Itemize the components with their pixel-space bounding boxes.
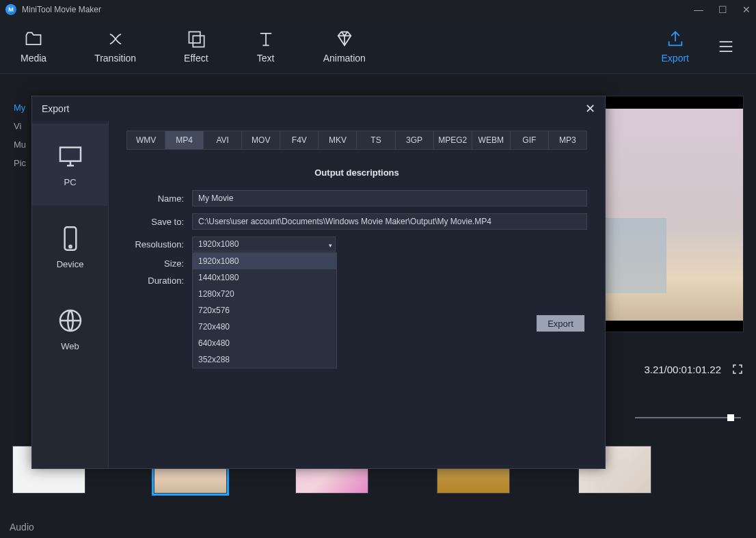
- toolbar-animation[interactable]: Animation: [323, 29, 366, 64]
- title-bar: M MiniTool Movie Maker — ☐ ✕: [0, 0, 756, 19]
- category-my[interactable]: My: [14, 103, 26, 113]
- side-device[interactable]: Device: [32, 206, 108, 288]
- toolbar-transition-label: Transition: [94, 53, 136, 64]
- toolbar-animation-label: Animation: [323, 53, 366, 64]
- resolution-option[interactable]: 640x480: [193, 335, 336, 351]
- device-icon: [57, 225, 84, 252]
- format-tabs: WMVMP4AVIMOVF4VMKVTS3GPMPEG2WEBMGIFMP3: [126, 131, 587, 150]
- format-tab-mp4[interactable]: MP4: [165, 131, 204, 149]
- hamburger-icon: [716, 37, 735, 56]
- folder-icon: [24, 29, 43, 49]
- preview-water: [604, 218, 666, 293]
- svg-rect-2: [60, 147, 81, 161]
- format-tab-webm[interactable]: WEBM: [472, 131, 511, 149]
- web-icon: [57, 307, 84, 334]
- export-modal: Export ✕ PC Device Web WMVMP4AVIMOVF4VMK…: [31, 96, 606, 469]
- svg-rect-0: [189, 31, 200, 42]
- resolution-dropdown: 1920x10801440x10801280x720720x576720x480…: [192, 252, 337, 368]
- svg-point-4: [69, 245, 71, 247]
- svg-rect-1: [193, 36, 204, 46]
- preview-time: 3.21/00:01:01.22: [644, 364, 721, 375]
- toolbar-text[interactable]: Text: [256, 29, 275, 64]
- side-web[interactable]: Web: [32, 288, 108, 370]
- resolution-option[interactable]: 1440x1080: [193, 269, 336, 286]
- window-controls: — ☐ ✕: [694, 4, 751, 15]
- category-list: My Vi Mu Pic: [14, 103, 26, 176]
- export-button[interactable]: Export: [537, 315, 584, 332]
- format-tab-mov[interactable]: MOV: [242, 131, 280, 149]
- pc-icon: [57, 143, 84, 170]
- resolution-option[interactable]: 720x480: [193, 319, 336, 335]
- side-pc[interactable]: PC: [32, 124, 108, 206]
- transition-icon: [106, 29, 125, 49]
- size-label: Size:: [126, 258, 192, 269]
- modal-header: Export ✕: [32, 96, 605, 121]
- resolution-option[interactable]: 352x288: [193, 351, 336, 368]
- svg-rect-3: [64, 227, 76, 250]
- diamond-icon: [335, 29, 354, 49]
- output-descriptions-heading: Output descriptions: [126, 167, 587, 178]
- duration-label: Duration:: [126, 275, 192, 286]
- close-button[interactable]: ✕: [742, 4, 751, 15]
- text-icon: [256, 29, 275, 49]
- toolbar-effect-label: Effect: [184, 53, 208, 64]
- export-icon: [666, 29, 685, 49]
- preview-panel: [603, 96, 744, 332]
- toolbar-menu[interactable]: [716, 37, 735, 56]
- toolbar-media-label: Media: [21, 53, 46, 64]
- export-content: WMVMP4AVIMOVF4VMKVTS3GPMPEG2WEBMGIFMP3 O…: [109, 121, 605, 468]
- zoom-handle[interactable]: [727, 414, 734, 421]
- resolution-label: Resolustion:: [126, 239, 192, 250]
- zoom-slider[interactable]: [635, 413, 741, 422]
- maximize-button[interactable]: ☐: [718, 4, 727, 15]
- toolbar-export-label: Export: [662, 53, 689, 64]
- preview-info: 3.21/00:01:01.22: [600, 349, 744, 390]
- app-logo-icon: M: [5, 4, 16, 15]
- side-pc-label: PC: [64, 177, 76, 187]
- toolbar-export[interactable]: Export: [662, 29, 689, 64]
- resolution-value: 1920x1080: [198, 239, 239, 249]
- saveto-label: Save to:: [126, 217, 192, 227]
- resolution-option[interactable]: 1920x1080: [193, 253, 336, 269]
- modal-title-text: Export: [42, 103, 69, 114]
- preview-image: [604, 109, 743, 321]
- toolbar-effect[interactable]: Effect: [184, 29, 208, 64]
- resolution-select[interactable]: 1920x1080 ▾ 1920x10801440x10801280x72072…: [192, 237, 336, 252]
- name-input[interactable]: My Movie: [192, 190, 587, 206]
- toolbar-media[interactable]: Media: [21, 29, 46, 64]
- toolbar-text-label: Text: [257, 53, 275, 64]
- zoom-track: [635, 417, 741, 418]
- format-tab-3gp[interactable]: 3GP: [396, 131, 434, 149]
- app-title: MiniTool Movie Maker: [22, 5, 694, 14]
- category-music[interactable]: Mu: [14, 139, 26, 150]
- format-tab-avi[interactable]: AVI: [204, 131, 242, 149]
- format-tab-gif[interactable]: GIF: [511, 131, 549, 149]
- toolbar-transition[interactable]: Transition: [94, 29, 136, 64]
- category-picture[interactable]: Pic: [14, 158, 26, 168]
- minimize-button[interactable]: —: [694, 4, 703, 15]
- format-tab-mkv[interactable]: MKV: [319, 131, 357, 149]
- audio-track-label: Audio: [10, 522, 34, 533]
- category-video[interactable]: Vi: [14, 121, 26, 131]
- side-device-label: Device: [57, 259, 84, 269]
- resolution-option[interactable]: 720x576: [193, 302, 336, 319]
- fullscreen-icon[interactable]: [731, 363, 744, 375]
- main-toolbar: Media Transition Effect Text Animation E…: [0, 19, 756, 74]
- dropdown-caret-icon: ▾: [329, 239, 332, 252]
- format-tab-mp3[interactable]: MP3: [549, 131, 586, 149]
- resolution-option[interactable]: 1280x720: [193, 286, 336, 302]
- format-tab-mpeg2[interactable]: MPEG2: [434, 131, 472, 149]
- format-tab-ts[interactable]: TS: [357, 131, 395, 149]
- effect-icon: [187, 29, 206, 49]
- saveto-input[interactable]: C:\Users\user account\Documents\Windows …: [192, 213, 587, 230]
- side-web-label: Web: [61, 341, 79, 351]
- export-sidebar: PC Device Web: [32, 121, 109, 468]
- modal-close-button[interactable]: ✕: [585, 101, 595, 116]
- name-label: Name:: [126, 193, 192, 204]
- format-tab-wmv[interactable]: WMV: [127, 131, 165, 149]
- format-tab-f4v[interactable]: F4V: [280, 131, 319, 149]
